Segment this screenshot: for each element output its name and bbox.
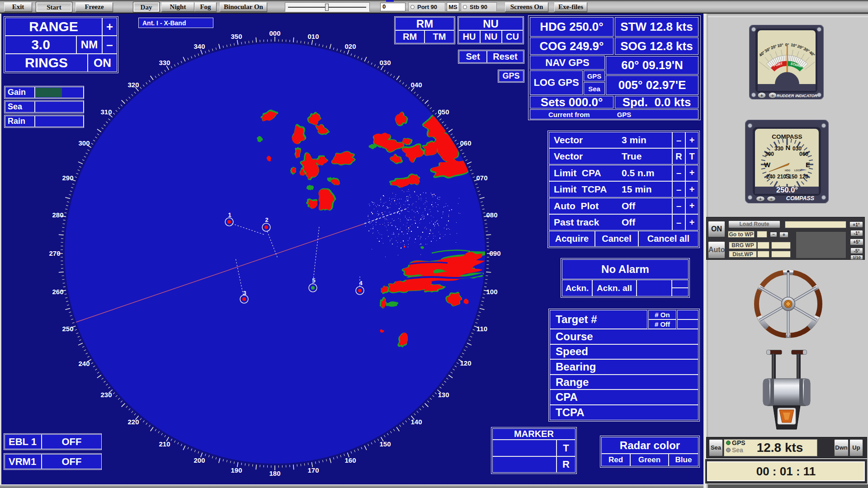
- svg-text:170: 170: [307, 466, 319, 474]
- svg-text:070: 070: [476, 174, 487, 182]
- svg-text:260: 260: [52, 288, 63, 296]
- svg-text:110: 110: [476, 325, 487, 333]
- svg-text:140: 140: [410, 418, 422, 426]
- svg-text:160: 160: [344, 456, 356, 464]
- svg-text:240: 240: [766, 174, 775, 180]
- svg-text:290: 290: [62, 174, 73, 182]
- svg-text:180: 180: [269, 469, 280, 477]
- svg-text:N: N: [786, 144, 791, 151]
- svg-text:300: 300: [78, 139, 90, 147]
- svg-text:150: 150: [788, 174, 797, 180]
- svg-text:300: 300: [765, 151, 774, 157]
- svg-text:+: +: [759, 197, 762, 202]
- svg-text:330: 330: [159, 59, 170, 66]
- svg-text:3: 3: [243, 290, 246, 296]
- svg-text:200: 200: [193, 456, 205, 464]
- svg-text:RUDDER INDICATOR: RUDDER INDICATOR: [777, 94, 818, 98]
- svg-text:LOCK: LOCK: [794, 169, 802, 172]
- svg-text:250: 250: [62, 325, 73, 333]
- svg-text:320: 320: [127, 81, 139, 89]
- svg-text:090: 090: [489, 249, 500, 257]
- svg-text:050: 050: [438, 108, 449, 116]
- svg-text:230: 230: [100, 391, 112, 399]
- svg-text:010: 010: [307, 33, 319, 40]
- svg-text:350: 350: [231, 33, 242, 40]
- svg-text:1: 1: [228, 211, 231, 218]
- svg-text:060: 060: [799, 151, 808, 157]
- svg-text:310: 310: [100, 108, 112, 116]
- svg-text:020: 020: [344, 42, 356, 50]
- svg-text:COMPASS: COMPASS: [772, 133, 802, 140]
- svg-text:100: 100: [486, 288, 497, 296]
- svg-text:130: 130: [438, 391, 449, 399]
- svg-text:340: 340: [193, 42, 205, 50]
- svg-text:040: 040: [410, 81, 422, 89]
- svg-text:000: 000: [269, 29, 280, 37]
- svg-text:E: E: [806, 161, 810, 169]
- svg-text:5: 5: [312, 277, 315, 284]
- svg-text:W: W: [764, 161, 771, 169]
- svg-text:2: 2: [265, 216, 268, 223]
- svg-text:330: 330: [774, 145, 783, 152]
- svg-text:HDG: HDG: [785, 169, 790, 172]
- svg-text:÷: ÷: [771, 93, 774, 98]
- svg-text:270: 270: [49, 249, 60, 257]
- svg-text:080: 080: [486, 211, 497, 219]
- svg-text:÷: ÷: [770, 197, 773, 202]
- svg-text:150: 150: [379, 440, 391, 448]
- svg-text:240: 240: [78, 360, 90, 367]
- svg-text:+: +: [760, 93, 763, 98]
- svg-text:220: 220: [127, 418, 139, 426]
- svg-text:060: 060: [460, 139, 471, 147]
- svg-text:190: 190: [231, 466, 242, 474]
- svg-text:280: 280: [52, 211, 63, 219]
- svg-text:120: 120: [460, 359, 471, 367]
- svg-text:210: 210: [159, 440, 170, 448]
- svg-text:120: 120: [799, 174, 808, 180]
- svg-text:030: 030: [379, 59, 391, 66]
- svg-text:250.0°: 250.0°: [776, 186, 798, 194]
- svg-text:COMPASS: COMPASS: [786, 195, 815, 202]
- svg-text:4: 4: [359, 280, 363, 286]
